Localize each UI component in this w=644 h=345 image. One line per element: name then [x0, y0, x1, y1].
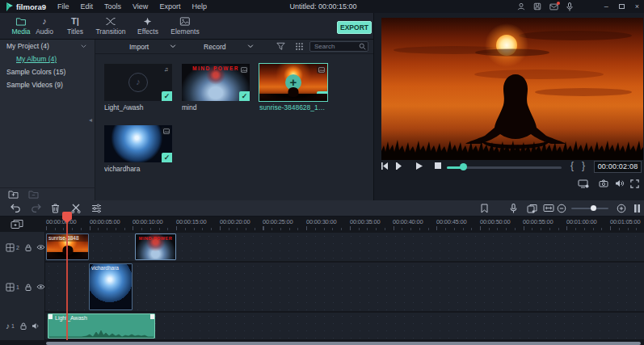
- video-track-2[interactable]: [0, 233, 644, 261]
- timeline-zoom-slider[interactable]: [571, 208, 608, 209]
- chevron-down-icon: [247, 44, 254, 48]
- ruler-label: 00:01:00:00: [566, 218, 596, 225]
- menu-edit[interactable]: Edit: [80, 2, 93, 11]
- menubar: filmora9 File Edit Tools View Export Hel…: [0, 0, 644, 13]
- delete-folder-icon[interactable]: [28, 190, 39, 199]
- ruler-label: 00:00:30:00: [306, 218, 336, 225]
- timeline-view-icon[interactable]: [633, 204, 641, 213]
- fullscreen-icon[interactable]: [630, 179, 639, 188]
- render-preview-icon[interactable]: [527, 204, 537, 213]
- split-scissors-icon[interactable]: [71, 204, 81, 213]
- stop-button[interactable]: [434, 162, 442, 170]
- menu-file[interactable]: File: [57, 2, 69, 11]
- album-footer: [0, 187, 95, 200]
- undo-icon[interactable]: [11, 204, 21, 213]
- media-folder-icon: [16, 17, 27, 26]
- menu-help[interactable]: Help: [192, 2, 207, 11]
- media-item-sunrise[interactable]: + ✓ sunrise-3848628_1920: [259, 64, 327, 111]
- sidebar-item-sample-colors[interactable]: Sample Colors (15): [0, 65, 95, 78]
- delete-icon[interactable]: [51, 204, 60, 213]
- media-thumbnail[interactable]: MIND POWER ✓: [182, 64, 250, 101]
- account-icon[interactable]: [517, 2, 525, 11]
- ruler-label: 00:01:05:00: [610, 218, 640, 225]
- menu-export[interactable]: Export: [159, 2, 180, 11]
- ruler-label: 00:00:05:00: [90, 218, 120, 225]
- previous-frame-button[interactable]: [381, 162, 389, 170]
- sidebar-item-my-album[interactable]: My Album (4): [0, 53, 95, 65]
- zoom-out-icon[interactable]: [557, 204, 566, 213]
- filter-funnel-icon[interactable]: [276, 42, 285, 51]
- marker-icon[interactable]: [480, 204, 489, 213]
- maximize-button[interactable]: [619, 4, 625, 9]
- close-button[interactable]: ×: [635, 2, 639, 11]
- add-to-timeline-button[interactable]: +: [285, 74, 301, 90]
- timeline-toolbar: [0, 200, 644, 217]
- advanced-settings-icon[interactable]: [91, 204, 102, 213]
- menu-tools[interactable]: Tools: [104, 2, 121, 11]
- timeline-horizontal-scrollbar[interactable]: [46, 342, 641, 345]
- media-type-icon: [317, 65, 326, 74]
- import-dropdown[interactable]: Import: [129, 43, 176, 51]
- timeline-zoom-handle[interactable]: [591, 205, 596, 211]
- check-icon: ✓: [162, 153, 172, 162]
- speaker-icon[interactable]: [32, 322, 40, 330]
- mic-icon[interactable]: [566, 2, 573, 11]
- trim-handle-left[interactable]: [48, 314, 53, 319]
- lock-icon[interactable]: [20, 322, 27, 330]
- playhead-pin[interactable]: [62, 212, 72, 219]
- clip-light-awash-audio[interactable]: Light_Awash: [48, 313, 155, 339]
- media-item-light-awash[interactable]: ♪ ♫ ✓ Light_Awash: [104, 64, 172, 111]
- lock-icon[interactable]: [25, 244, 32, 251]
- add-folder-icon[interactable]: [8, 190, 19, 199]
- zoom-in-icon[interactable]: [617, 204, 626, 213]
- menu-view[interactable]: View: [133, 2, 148, 11]
- collapse-sidebar-arrow[interactable]: ◂: [89, 116, 92, 124]
- volume-icon[interactable]: [615, 179, 625, 187]
- play-button[interactable]: [415, 162, 423, 170]
- sidebar-item-my-project[interactable]: My Project (4): [0, 40, 95, 53]
- next-frame-button[interactable]: [395, 162, 404, 170]
- tab-transition[interactable]: Transition: [95, 17, 125, 36]
- media-item-mind[interactable]: MIND POWER ✓ mind: [182, 64, 250, 111]
- mark-out-icon[interactable]: }: [582, 160, 585, 171]
- eye-icon[interactable]: [36, 244, 45, 250]
- ruler-label: 00:00:50:00: [480, 218, 510, 225]
- ruler-label: 00:00:35:00: [350, 218, 380, 225]
- tab-titles[interactable]: T| Titles: [67, 17, 83, 36]
- sidebar-item-sample-videos[interactable]: Sample Videos (9): [0, 78, 95, 91]
- zoom-to-fit-icon[interactable]: [543, 204, 554, 212]
- record-dropdown[interactable]: Record: [204, 43, 253, 51]
- notification-badge: [557, 2, 560, 5]
- trim-handle-right[interactable]: [150, 314, 154, 319]
- eye-icon[interactable]: [36, 284, 45, 290]
- redo-icon[interactable]: [31, 204, 41, 213]
- search-icon[interactable]: [359, 43, 366, 50]
- play-quality-icon[interactable]: [578, 179, 589, 188]
- grid-view-icon[interactable]: [295, 42, 304, 51]
- voiceover-mic-icon[interactable]: [510, 204, 517, 213]
- clip-sunrise[interactable]: sunrise-3848: [46, 234, 89, 260]
- export-button[interactable]: EXPORT: [337, 21, 372, 34]
- filmora-logo-icon: [6, 2, 14, 11]
- tab-audio[interactable]: ♪ Audio: [36, 17, 53, 36]
- mark-in-icon[interactable]: {: [570, 160, 574, 171]
- save-project-icon[interactable]: [533, 2, 541, 11]
- playhead-line[interactable]: [66, 217, 68, 340]
- snapshot-camera-icon[interactable]: [599, 179, 608, 187]
- media-thumbnail[interactable]: ♪ ♫ ✓: [104, 64, 172, 101]
- minimize-button[interactable]: –: [604, 2, 608, 11]
- clip-vichardhara[interactable]: vichardhara: [89, 263, 133, 310]
- ruler-label: 00:00:45:00: [436, 218, 466, 225]
- lock-icon[interactable]: [25, 284, 32, 291]
- preview-timecode[interactable]: 00:00:02:08: [594, 161, 642, 173]
- media-thumbnail[interactable]: + ✓: [259, 64, 327, 101]
- media-item-vichardhara[interactable]: ✓ vichardhara: [104, 125, 172, 173]
- tab-elements[interactable]: Elements: [170, 17, 199, 36]
- manage-tracks-icon[interactable]: [11, 219, 23, 229]
- tab-effects[interactable]: Effects: [137, 17, 158, 36]
- clip-mind[interactable]: MIND POWER: [135, 234, 176, 260]
- playhead-handle[interactable]: [460, 163, 467, 170]
- media-item-name: sunrise-3848628_1920: [259, 103, 327, 111]
- tab-media[interactable]: Media: [11, 17, 30, 36]
- media-thumbnail[interactable]: ✓: [104, 125, 172, 162]
